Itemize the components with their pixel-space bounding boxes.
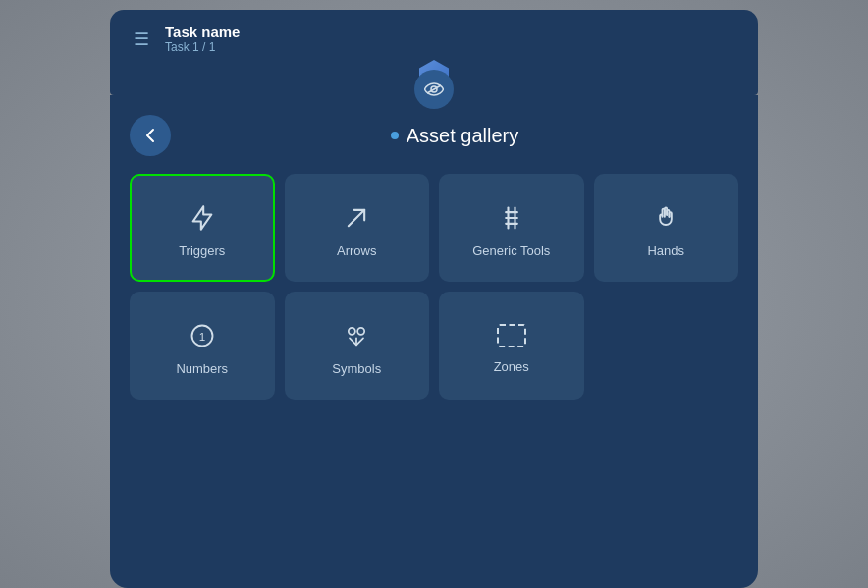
back-arrow-icon — [141, 127, 159, 144]
category-item-arrows[interactable]: Arrows — [285, 174, 430, 282]
category-item-generic-tools[interactable]: Generic Tools — [439, 174, 584, 282]
svg-text:1: 1 — [199, 329, 205, 342]
panel-title-wrapper: Asset gallery — [171, 125, 738, 147]
panel-title: Asset gallery — [407, 125, 519, 147]
task-sub: Task 1 / 1 — [165, 40, 240, 54]
svg-line-2 — [349, 209, 364, 225]
number-icon: 1 — [189, 322, 216, 349]
category-grid-row1: Triggers Arrows Generic Too — [130, 174, 738, 282]
zones-icon — [497, 324, 526, 347]
generic-tools-label: Generic Tools — [472, 243, 550, 258]
category-item-symbols[interactable]: Symbols — [285, 292, 430, 400]
task-bar-text: Task name Task 1 / 1 — [165, 24, 240, 54]
panel-header: Asset gallery — [130, 115, 738, 156]
back-button[interactable] — [130, 115, 171, 156]
triggers-label: Triggers — [179, 243, 225, 258]
svg-point-10 — [349, 327, 355, 334]
hand-icon — [652, 204, 679, 232]
screen-wrapper: ☰ Task name Task 1 / 1 A — [0, 0, 868, 588]
symbols-label: Symbols — [332, 361, 381, 376]
category-item-triggers[interactable]: Triggers — [130, 174, 275, 282]
numbers-label: Numbers — [176, 361, 228, 376]
zones-label: Zones — [494, 359, 529, 374]
eye-icon — [424, 82, 444, 96]
category-item-hands[interactable]: Hands — [594, 174, 739, 282]
task-bar: ☰ Task name Task 1 / 1 — [110, 10, 758, 68]
svg-point-11 — [357, 327, 364, 334]
arrows-label: Arrows — [337, 243, 376, 258]
trigger-icon — [189, 204, 216, 232]
arrow-icon — [343, 204, 370, 232]
eye-button[interactable] — [414, 70, 454, 109]
tools-icon — [498, 204, 525, 232]
category-item-numbers[interactable]: 1 Numbers — [130, 292, 275, 400]
main-panel: Asset gallery Triggers Arrows — [110, 95, 758, 588]
task-name: Task name — [165, 24, 240, 40]
symbols-icon — [343, 322, 370, 349]
connector-area — [110, 68, 758, 95]
task-list-icon: ☰ — [134, 28, 149, 50]
category-grid-row2: 1 Numbers Symbols Zones — [130, 292, 738, 400]
hands-label: Hands — [647, 243, 684, 258]
category-item-zones[interactable]: Zones — [439, 292, 584, 400]
title-dot — [391, 132, 399, 139]
